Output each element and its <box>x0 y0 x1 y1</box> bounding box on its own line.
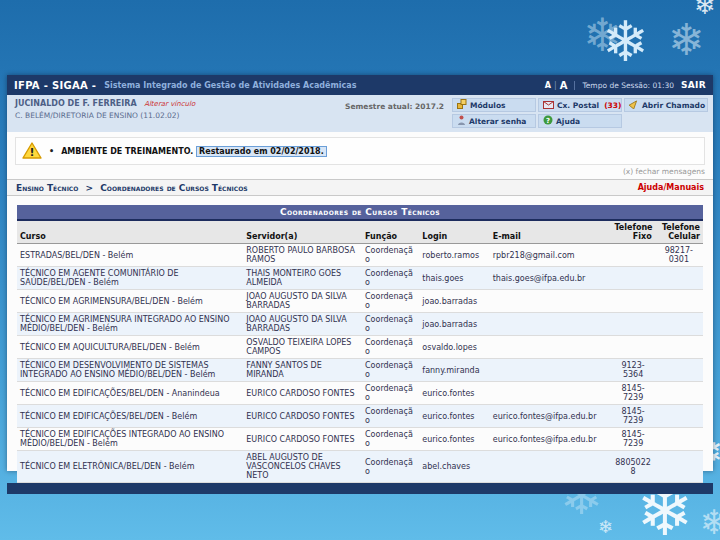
font-increase-button[interactable]: A <box>560 80 568 91</box>
table-row: ESTRADAS/BEL/DEN - BelémROBERTO PAULO BA… <box>17 244 703 267</box>
cell-curso: TÉCNICO EM AGRIMENSURA INTEGRADO AO ENSI… <box>17 313 243 336</box>
column-header: Função <box>362 221 419 244</box>
warning-message-box: ! • AMBIENTE DE TREINAMENTO. Restaurado … <box>15 137 705 165</box>
cell-fixo: 9123-5364 <box>611 359 654 382</box>
cell-email <box>490 359 612 382</box>
cell-funcao: Coordenação <box>362 428 419 451</box>
cell-servidor: JOAO AUGUSTO DA SILVA BARRADAS <box>243 290 362 313</box>
cell-login: eurico.fontes <box>419 428 489 451</box>
messages-panel: ! • AMBIENTE DE TREINAMENTO. Restaurado … <box>15 137 705 176</box>
breadcrumb-section-link[interactable]: Ensino Técnico <box>16 183 78 193</box>
footer-bar <box>7 483 713 494</box>
cell-celular <box>655 290 703 313</box>
cell-fixo: 8145-7239 <box>611 428 654 451</box>
message-bullet: • <box>49 147 54 156</box>
warning-prefix: AMBIENTE DE TREINAMENTO. <box>61 147 193 156</box>
cell-email: eurico.fontes@ifpa.edu.br <box>490 405 612 428</box>
cell-fixo <box>611 313 654 336</box>
cell-login: eurico.fontes <box>419 405 489 428</box>
table-row: TÉCNICO EM EDIFICAÇÕES INTEGRADO AO ENSI… <box>17 428 703 451</box>
coordinators-table-body: ESTRADAS/BEL/DEN - BelémROBERTO PAULO BA… <box>17 244 703 483</box>
cell-servidor: FANNY SANTOS DE MIRANDA <box>243 359 362 382</box>
coordinators-table: CursoServidor(a)FunçãoLoginE-mailTelefon… <box>17 221 703 483</box>
column-header: Telefone Fixo <box>611 221 654 244</box>
cell-login: fanny.miranda <box>419 359 489 382</box>
change-password-button-label: Alterar senha <box>469 117 526 126</box>
cell-fixo <box>611 267 654 290</box>
table-row: TÉCNICO EM EDIFICAÇÕES/BEL/DEN - BelémEU… <box>17 405 703 428</box>
snowflake-icon <box>694 0 716 18</box>
help-button[interactable]: ? Ajuda <box>538 114 622 128</box>
cell-fixo: 88050228 <box>611 451 654 483</box>
cell-login: joao.barradas <box>419 290 489 313</box>
close-messages-link[interactable]: (x) fechar mensagens <box>15 167 705 176</box>
cell-fixo <box>611 336 654 359</box>
help-manuals-link[interactable]: Ajuda/Manuais <box>638 183 704 192</box>
cell-curso: TÉCNICO EM EDIFICAÇÕES/BEL/DEN - Belém <box>17 405 243 428</box>
cell-login: thais.goes <box>419 267 489 290</box>
breadcrumb-bar: Ensino Técnico > Coordenadores de Cursos… <box>7 179 713 196</box>
cell-servidor: EURICO CARDOSO FONTES <box>243 405 362 428</box>
change-bond-link[interactable]: Alterar vínculo <box>144 100 195 108</box>
open-ticket-icon <box>629 99 639 111</box>
modules-button[interactable]: Módulos <box>452 98 536 112</box>
cell-login: eurico.fontes <box>419 382 489 405</box>
snowflake-icon <box>583 12 622 58</box>
modules-button-label: Módulos <box>470 101 506 110</box>
modules-icon <box>457 99 467 111</box>
top-navy-bar: IFPA - SIGAA - Sistema Integrado de Gest… <box>7 75 713 95</box>
open-ticket-button-label: Abrir Chamado <box>642 101 705 110</box>
cell-funcao: Coordenação <box>362 267 419 290</box>
cell-fixo: 8145-7239 <box>611 405 654 428</box>
font-control-separator: | <box>554 81 557 90</box>
warning-message-text: AMBIENTE DE TREINAMENTO. Restaurado em 0… <box>61 147 327 156</box>
cell-funcao: Coordenação <box>362 382 419 405</box>
logout-button[interactable]: SAIR <box>681 80 706 90</box>
breadcrumb: Ensino Técnico > Coordenadores de Cursos… <box>16 183 248 193</box>
cell-servidor: EURICO CARDOSO FONTES <box>243 428 362 451</box>
table-header-row: CursoServidor(a)FunçãoLoginE-mailTelefon… <box>17 221 703 244</box>
column-header: E-mail <box>490 221 612 244</box>
column-header: Curso <box>17 221 243 244</box>
table-row: TÉCNICO EM AGRIMENSURA/BEL/DEN - BelémJO… <box>17 290 703 313</box>
cell-funcao: Coordenação <box>362 336 419 359</box>
cell-email <box>490 336 612 359</box>
cell-servidor: ROBERTO PAULO BARBOSA RAMOS <box>243 244 362 267</box>
cell-email <box>490 290 612 313</box>
font-decrease-button[interactable]: A <box>545 81 551 90</box>
cell-email: thais.goes@ifpa.edu.br <box>490 267 612 290</box>
cell-funcao: Coordenação <box>362 405 419 428</box>
snowflake-icon <box>700 505 720 539</box>
cell-curso: TÉCNICO EM AGRIMENSURA/BEL/DEN - Belém <box>17 290 243 313</box>
table-row: TÉCNICO EM AGRIMENSURA INTEGRADO AO ENSI… <box>17 313 703 336</box>
cell-funcao: Coordenação <box>362 244 419 267</box>
cell-login: roberto.ramos <box>419 244 489 267</box>
change-password-button[interactable]: Alterar senha <box>452 114 536 128</box>
table-row: TÉCNICO EM DESENVOLVIMENTO DE SISTEMAS I… <box>17 359 703 382</box>
cell-login: joao.barradas <box>419 313 489 336</box>
brand-logo[interactable]: IFPA - SIGAA - <box>14 80 96 91</box>
cell-curso: TÉCNICO EM AQUICULTURA/BEL/DEN - Belém <box>17 336 243 359</box>
mailbox-button[interactable]: Cx. Postal (33) <box>538 98 622 112</box>
cell-funcao: Coordenação <box>362 313 419 336</box>
cell-login: osvaldo.lopes <box>419 336 489 359</box>
cell-login: abel.chaves <box>419 451 489 483</box>
cell-celular <box>655 382 703 405</box>
cell-curso: TÉCNICO EM AGENTE COMUNITÁRIO DE SAÚDE/B… <box>17 267 243 290</box>
open-ticket-button[interactable]: Abrir Chamado <box>624 98 708 112</box>
cell-fixo: 8145-7239 <box>611 382 654 405</box>
cell-servidor: THAIS MONTEIRO GOES ALMEIDA <box>243 267 362 290</box>
help-button-label: Ajuda <box>556 117 580 126</box>
cell-curso: TÉCNICO EM ELETRÔNICA/BEL/DEN - Belém <box>17 451 243 483</box>
cell-celular <box>655 313 703 336</box>
cell-email <box>490 382 612 405</box>
user-info-bar: JUCINALDO DE F. FERREIRA Alterar vínculo… <box>7 95 713 132</box>
cell-servidor: ABEL AUGUSTO DE VASCONCELOS CHAVES NETO <box>243 451 362 483</box>
warning-highlight: Restaurado em 02/02/2018. <box>196 146 327 157</box>
table-row: TÉCNICO EM EDIFICAÇÕES/BEL/DEN - Ananind… <box>17 382 703 405</box>
cell-fixo <box>611 244 654 267</box>
cell-celular <box>655 451 703 483</box>
current-semester: Semestre atual: 2017.2 <box>345 102 444 111</box>
snowflake-icon <box>598 518 613 536</box>
main-content: Coordenadores de Cursos Técnicos CursoSe… <box>7 196 713 483</box>
